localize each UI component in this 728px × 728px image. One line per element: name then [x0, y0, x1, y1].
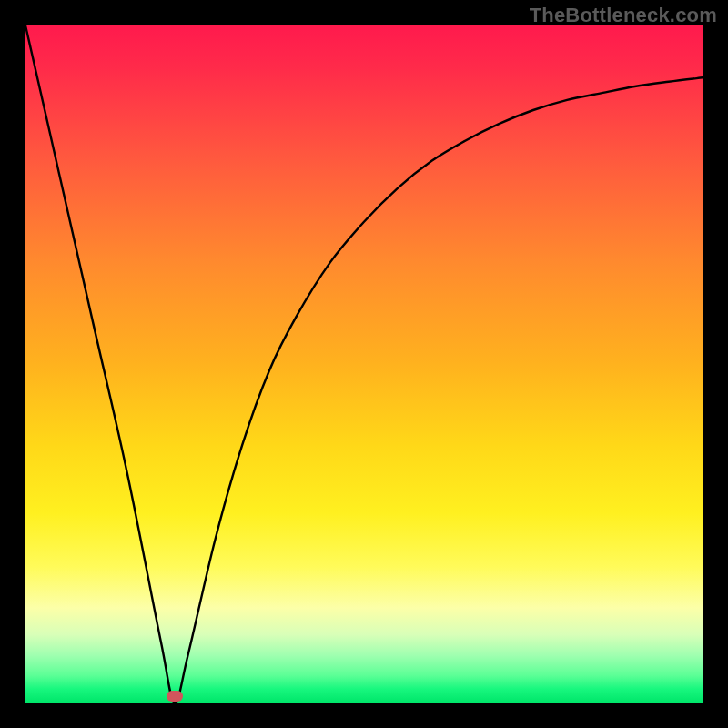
bottleneck-curve — [25, 25, 703, 703]
plot-area — [25, 25, 703, 703]
minimum-marker — [167, 691, 183, 702]
chart-frame: TheBottleneck.com — [0, 0, 728, 728]
curve-path — [25, 25, 703, 703]
watermark-text: TheBottleneck.com — [530, 4, 717, 27]
